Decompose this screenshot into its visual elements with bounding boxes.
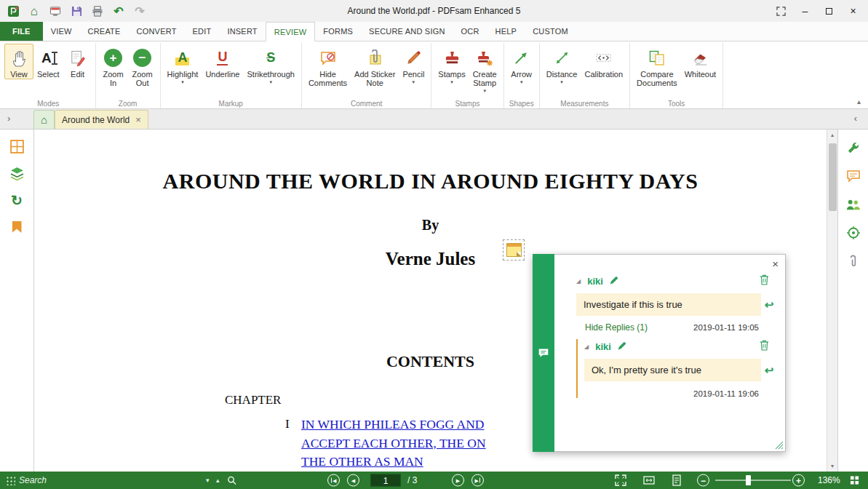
toc-link-line-2[interactable]: ACCEPT EACH OTHER, THE ON (301, 434, 486, 453)
create-stamp-dropdown-icon[interactable]: ▾ (483, 87, 486, 94)
distance-dropdown-icon[interactable]: ▾ (560, 79, 563, 85)
minimize-button[interactable]: – (793, 2, 817, 20)
collapse-thread-icon[interactable]: ◢ (576, 278, 581, 285)
tab-review[interactable]: REVIEW (266, 22, 316, 41)
whiteout-button[interactable]: Whiteout (681, 44, 720, 79)
highlight-dropdown-icon[interactable]: ▾ (181, 79, 184, 85)
select-mode-button[interactable]: A Select (33, 44, 63, 79)
hide-replies-link[interactable]: Hide Replies (1) (585, 322, 648, 333)
zoom-in-button[interactable]: + Zoom In (99, 44, 128, 87)
search-input[interactable] (19, 475, 194, 485)
search-field[interactable] (19, 475, 194, 485)
expand-left-panel-icon[interactable]: › (7, 113, 10, 124)
scroll-down-icon[interactable]: ▾ (827, 461, 837, 472)
tab-view[interactable]: VIEW (43, 22, 80, 41)
page-layout-button[interactable] (850, 476, 859, 485)
scroll-up-icon[interactable]: ▴ (827, 130, 837, 140)
create-stamp-button[interactable]: Create Stamp ▾ (469, 44, 501, 94)
strikethrough-button[interactable]: S Strikethrough ▾ (243, 44, 298, 85)
page-thumbnails-button[interactable] (6, 135, 28, 157)
search-button[interactable] (227, 476, 236, 485)
collapse-right-panel-icon[interactable]: ‹ (854, 113, 857, 124)
arrow-button[interactable]: Arrow ▾ (507, 44, 536, 85)
toc-link-line-3[interactable]: THE OTHER AS MAN (301, 453, 486, 472)
distance-button[interactable]: Distance ▾ (543, 44, 581, 85)
layers-button[interactable] (6, 162, 28, 184)
workspace-button[interactable] (48, 4, 63, 18)
tab-file[interactable]: FILE (0, 22, 43, 41)
close-button[interactable]: × (841, 2, 865, 20)
maximize-button[interactable] (817, 2, 841, 20)
attachments-panel-button[interactable] (843, 250, 864, 272)
edit-comment-icon[interactable] (610, 275, 619, 287)
calibration-button[interactable]: Calibration (581, 44, 626, 79)
first-page-button[interactable]: ◀ (327, 474, 340, 487)
fit-width-button[interactable] (643, 474, 655, 486)
popup-close-icon[interactable]: × (772, 258, 779, 269)
tab-convert[interactable]: CONVERT (129, 22, 185, 41)
undo-button[interactable]: ↶ (111, 4, 126, 18)
save-button[interactable] (69, 4, 84, 18)
compare-documents-button[interactable]: Compare Documents (633, 44, 681, 87)
tab-ocr[interactable]: OCR (453, 22, 487, 41)
next-page-button[interactable]: ▶ (452, 474, 464, 487)
fit-page-button[interactable] (615, 474, 626, 486)
tools-panel-button[interactable] (843, 137, 864, 159)
add-sticker-note-button[interactable]: Add Sticker Note (351, 44, 399, 87)
edit-mode-button[interactable]: Edit (63, 44, 92, 79)
zoom-in-button-status[interactable]: + (792, 474, 805, 487)
underline-button[interactable]: U Underline (202, 44, 243, 79)
sticky-note-annotation[interactable] (503, 239, 525, 261)
zoom-out-button-status[interactable]: − (697, 474, 709, 487)
annotations-panel-button[interactable] (843, 222, 864, 244)
tab-help[interactable]: HELP (487, 22, 525, 41)
pencil-button[interactable]: Pencil ▾ (399, 44, 428, 85)
zoom-out-button[interactable]: − Zoom Out (128, 44, 157, 87)
print-button[interactable] (90, 4, 105, 18)
collapse-ribbon-icon[interactable]: ▴ (857, 98, 861, 106)
tab-create[interactable]: CREATE (80, 22, 129, 41)
highlight-button[interactable]: A Highlight ▾ (164, 44, 202, 85)
current-page-field[interactable] (370, 474, 401, 487)
last-page-button[interactable]: ▶ (471, 474, 484, 487)
document-tab-close-icon[interactable]: × (135, 115, 141, 124)
collapse-reply-icon[interactable]: ◢ (584, 343, 589, 350)
toggle-layout-button[interactable] (769, 2, 793, 20)
tab-custom[interactable]: CUSTOM (525, 22, 576, 41)
popup-resize-handle[interactable] (775, 441, 784, 450)
pencil-dropdown-icon[interactable]: ▾ (413, 79, 415, 85)
tab-edit[interactable]: EDIT (185, 22, 220, 41)
delete-reply-icon[interactable] (760, 340, 769, 353)
tab-forms[interactable]: FORMS (315, 22, 361, 41)
scrollbar-thumb[interactable] (829, 143, 837, 211)
tab-secure-and-sign[interactable]: SECURE AND SIGN (361, 22, 453, 41)
arrow-dropdown-icon[interactable]: ▾ (520, 79, 523, 85)
reply-to-reply-icon[interactable]: ↩ (763, 364, 775, 377)
tab-insert[interactable]: INSERT (219, 22, 265, 41)
document-tab[interactable]: Around the World × (55, 110, 148, 129)
reply-icon[interactable]: ↩ (763, 298, 775, 311)
comment-popup-edge[interactable] (533, 254, 554, 452)
comments-panel-button[interactable] (843, 165, 864, 187)
zoom-slider-thumb[interactable] (746, 475, 751, 485)
home-button[interactable]: ⌂ (27, 4, 41, 18)
rotate-pages-button[interactable]: ↻ (6, 189, 28, 211)
previous-page-button[interactable]: ◀ (347, 474, 359, 487)
vertical-scrollbar[interactable]: ▴ ▾ (827, 130, 837, 472)
view-mode-button[interactable]: View (4, 44, 33, 79)
shared-review-button[interactable] (843, 194, 864, 215)
hide-comments-button[interactable]: Hide Comments (305, 44, 351, 87)
current-page-input[interactable] (370, 474, 401, 487)
delete-comment-icon[interactable] (760, 274, 769, 287)
actual-size-button[interactable] (671, 474, 682, 486)
redo-button[interactable]: ↷ (132, 4, 147, 18)
edit-reply-icon[interactable] (618, 341, 627, 352)
search-options-up-icon[interactable]: ▴ (216, 477, 220, 484)
strikethrough-dropdown-icon[interactable]: ▾ (269, 79, 272, 85)
bookmarks-button[interactable] (6, 216, 28, 238)
toc-link-line-1[interactable]: IN WHICH PHILEAS FOGG AND (301, 416, 486, 434)
search-options-down-icon[interactable]: ▾ (206, 477, 210, 484)
stamps-dropdown-icon[interactable]: ▾ (450, 79, 453, 85)
zoom-slider[interactable] (715, 475, 791, 485)
home-tab[interactable]: ⌂ (33, 110, 55, 129)
